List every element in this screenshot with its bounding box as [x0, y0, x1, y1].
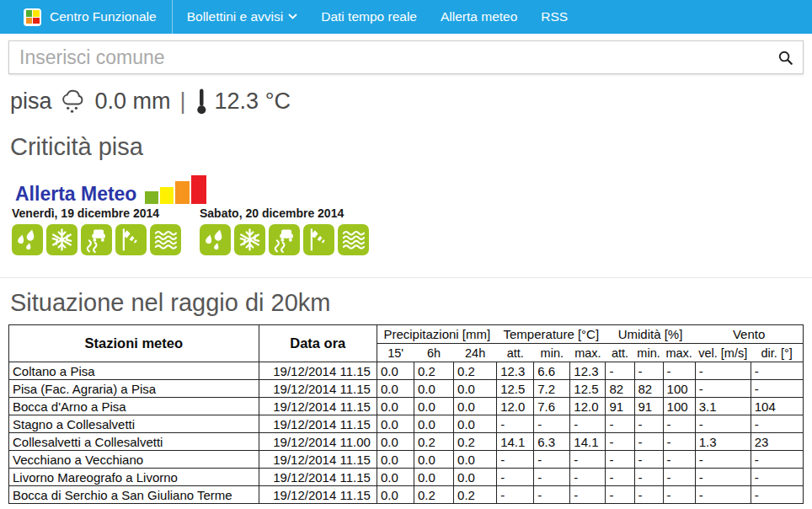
measurement-value: -: [663, 362, 695, 380]
snow-icon: [234, 224, 265, 255]
measurement-value: 0.0: [454, 451, 497, 469]
nav-item-rss[interactable]: RSS: [529, 0, 580, 34]
col-subheader-temp-min: min.: [534, 344, 570, 362]
measurement-value: -: [606, 415, 634, 433]
col-subheader-vento-vel: vel. [m/s]: [695, 344, 751, 362]
col-group-precipitazioni: Precipitazioni [mm]: [377, 325, 496, 344]
col-group-vento: Vento: [695, 325, 803, 344]
measurement-value: 0.0: [377, 415, 414, 433]
measurement-value: -: [695, 451, 751, 469]
measurement-value: -: [634, 486, 663, 504]
measurement-value: 0.2: [454, 433, 497, 451]
navbar-menu: Bollettini e avvisi Dati tempo reale All…: [175, 0, 580, 34]
alert-level-bar: [175, 181, 190, 204]
station-name: Vecchiano a Vecchiano: [9, 451, 259, 469]
nav-item-dati-tempo-reale[interactable]: Dati tempo reale: [309, 0, 429, 34]
measurement-value: 0.0: [454, 398, 497, 415]
table-row: Livorno Mareografo a Livorno19/12/2014 1…: [9, 469, 804, 486]
measurement-value: 0.0: [414, 398, 453, 415]
measurement-value: -: [606, 486, 634, 504]
measurement-value: 0.2: [414, 362, 453, 380]
measurement-value: 104: [751, 398, 803, 415]
measurement-value: 0.0: [414, 380, 453, 398]
snow-icon: [46, 224, 77, 255]
measurement-value: 0.0: [377, 486, 414, 504]
measurement-value: -: [534, 415, 570, 433]
measurement-value: 0.0: [377, 469, 414, 486]
thermometer-icon: [195, 88, 207, 115]
measurement-value: -: [497, 469, 534, 486]
stations-table: Stazioni meteo Data ora Precipitazioni […: [8, 324, 804, 504]
observation-datetime: 19/12/2014 11.15: [259, 486, 377, 504]
measurement-value: 14.1: [497, 433, 534, 451]
table-row: Collesalvetti a Collesalvetti19/12/2014 …: [9, 433, 804, 451]
brand-label: Centro Funzionale: [50, 9, 157, 24]
criticita-day-venerdi: Venerdì, 19 dicembre 2014: [12, 206, 181, 255]
stations-table-header: Stazioni meteo Data ora Precipitazioni […: [9, 325, 804, 362]
search-input[interactable]: [8, 40, 804, 74]
temperature-value: 12.3 °C: [215, 88, 291, 115]
measurement-value: -: [634, 415, 663, 433]
observation-datetime: 19/12/2014 11.00: [259, 433, 377, 451]
measurement-value: 82: [634, 380, 663, 398]
logo-quadrant: [26, 10, 33, 17]
centro-funzionale-logo-icon: [24, 8, 41, 26]
table-row: Vecchiano a Vecchiano19/12/2014 11.150.0…: [9, 451, 804, 469]
criticita-days: Venerdì, 19 dicembre 2014: [12, 206, 812, 255]
allerta-meteo-logo[interactable]: Allerta Meteo: [15, 174, 812, 204]
brand-home-link[interactable]: Centro Funzionale: [0, 0, 172, 34]
col-header-data-ora: Data ora: [259, 325, 377, 362]
measurement-value: 91: [634, 398, 663, 415]
measurement-value: 3.1: [695, 398, 751, 415]
measurement-value: 23: [751, 433, 803, 451]
measurement-value: -: [751, 362, 803, 380]
table-row: Coltano a Pisa19/12/2014 11.150.00.20.21…: [9, 362, 804, 380]
measurement-value: -: [751, 415, 803, 433]
stations-section-heading: Situazione nel raggio di 20km: [10, 289, 812, 317]
search-icon[interactable]: [777, 50, 793, 66]
measurement-value: 100: [663, 380, 695, 398]
measurement-value: 12.5: [570, 380, 606, 398]
section-divider: [0, 277, 812, 278]
day-date-label: Venerdì, 19 dicembre 2014: [12, 206, 181, 220]
measurement-value: -: [534, 486, 570, 504]
col-subheader-24h: 24h: [454, 344, 497, 362]
observation-datetime: 19/12/2014 11.15: [259, 380, 377, 398]
measurement-value: 1.3: [695, 433, 751, 451]
measurement-value: 6.3: [534, 433, 570, 451]
measurement-value: 0.2: [454, 362, 497, 380]
sea-state-icon: [150, 224, 181, 255]
measurement-value: 0.2: [414, 433, 453, 451]
measurement-value: -: [695, 362, 751, 380]
measurement-value: 12.0: [570, 398, 606, 415]
measurement-value: 0.2: [414, 486, 453, 504]
measurement-value: -: [570, 469, 606, 486]
logo-quadrant: [33, 10, 40, 17]
nav-item-bollettini-e-avvisi[interactable]: Bollettini e avvisi: [175, 0, 310, 34]
chevron-down-icon: [288, 13, 297, 20]
measurement-value: -: [570, 451, 606, 469]
nav-item-allerta-meteo[interactable]: Allerta meteo: [429, 0, 529, 34]
alert-level-bar: [160, 187, 174, 204]
measurement-value: -: [606, 451, 634, 469]
col-subheader-umid-att: att.: [606, 344, 634, 362]
sea-state-icon: [338, 224, 369, 255]
measurement-value: -: [534, 451, 570, 469]
measurement-value: -: [695, 486, 751, 504]
measurement-value: 12.3: [570, 362, 606, 380]
table-row: Stagno a Collesalvetti19/12/2014 11.150.…: [9, 415, 804, 433]
col-subheader-temp-max: max.: [570, 344, 606, 362]
measurement-value: -: [570, 415, 606, 433]
rain-icon: [12, 224, 43, 255]
station-name: Bocca di Serchio a San Giuliano Terme: [9, 486, 259, 504]
value-separator: |: [180, 88, 186, 115]
observation-datetime: 19/12/2014 11.15: [259, 362, 377, 380]
measurement-value: -: [695, 415, 751, 433]
measurement-value: 0.0: [454, 415, 497, 433]
station-name: Coltano a Pisa: [9, 362, 259, 380]
measurement-value: 0.0: [377, 380, 414, 398]
measurement-value: 12.3: [497, 362, 534, 380]
table-row: Bocca d'Arno a Pisa19/12/2014 11.150.00.…: [9, 398, 804, 415]
precipitation-value: 0.0 mm: [95, 88, 171, 115]
measurement-value: -: [497, 415, 534, 433]
